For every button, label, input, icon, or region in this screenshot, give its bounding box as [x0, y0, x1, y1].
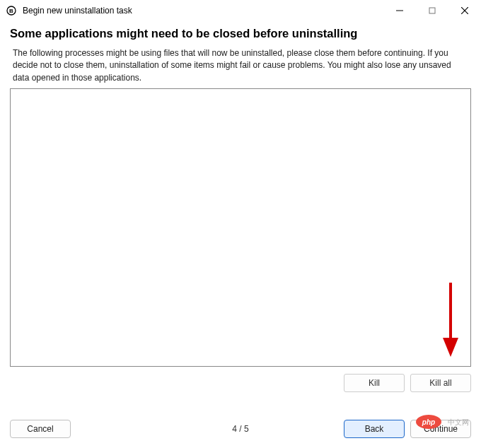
window-title: Begin new uninstallation task	[23, 6, 383, 16]
page-heading: Some applications might need to be close…	[10, 27, 471, 40]
footer: Cancel 4 / 5 Back Continue	[10, 420, 471, 438]
kill-all-button[interactable]: Kill all	[410, 374, 471, 392]
titlebar: B Begin new uninstallation task	[0, 0, 481, 21]
app-icon: B	[6, 5, 17, 16]
content-area: Some applications might need to be close…	[0, 21, 481, 367]
window-controls	[383, 0, 481, 21]
process-list[interactable]	[10, 88, 471, 367]
maximize-button[interactable]	[416, 0, 448, 21]
step-indicator: 4 / 5	[232, 424, 248, 434]
kill-button-row: Kill Kill all	[0, 367, 481, 392]
page-description: The following processes might be using f…	[13, 47, 468, 84]
continue-button[interactable]: Continue	[410, 420, 471, 438]
svg-text:B: B	[9, 8, 13, 14]
back-button[interactable]: Back	[344, 420, 405, 438]
cancel-button[interactable]: Cancel	[10, 420, 71, 438]
svg-rect-3	[429, 8, 435, 13]
kill-button[interactable]: Kill	[344, 374, 405, 392]
minimize-button[interactable]	[383, 0, 416, 21]
close-button[interactable]	[448, 0, 481, 21]
